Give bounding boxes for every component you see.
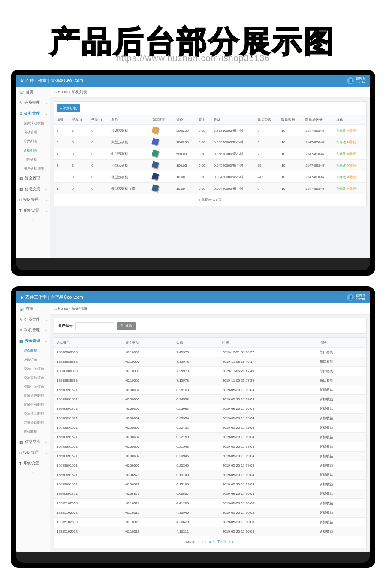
delete-button[interactable]: ✖删除 <box>347 175 357 179</box>
cube-icon <box>152 138 159 145</box>
sidebar-item[interactable]: 📊首页 <box>16 303 50 314</box>
sidebar-sub-item[interactable]: 矿池钱包明细 <box>16 400 50 409</box>
table-row: 13355102633+0.103174.412632019-05-20 11:… <box>54 499 366 508</box>
sidebar-sub-item[interactable]: 求购订单 <box>16 355 50 364</box>
cube-icon <box>152 126 159 133</box>
sidebar-sub-item[interactable]: 首页滚动横幅 <box>16 119 50 128</box>
sidebar-item[interactable]: □投诉管理⌄ <box>16 194 50 205</box>
home-icon[interactable]: ⌂ <box>54 90 57 94</box>
cube-icon <box>152 161 159 168</box>
collapse-button[interactable]: ‹ <box>16 469 50 476</box>
fund-table: 会员账号资金变动金额时间描述 18888888888+0.100007.4597… <box>54 338 366 536</box>
sidebar-sub-item[interactable]: 矿池资产明细 <box>16 391 50 400</box>
edit-button[interactable]: ✎修改 <box>336 129 346 133</box>
page-number[interactable]: 2 <box>202 540 203 544</box>
next-pages[interactable]: 下5页 <box>217 540 226 544</box>
sidebar: 📊首页✎会员管理⌄✕矿机管理⌄▦资金管理⌄资金明细求购订单交易中的订单交易完结订… <box>16 303 50 552</box>
last-page[interactable]: » » <box>229 540 233 544</box>
collapse-button[interactable]: ‹ <box>16 216 50 223</box>
topbar: ❦ 乙种工作室｜首码网Ceoll.com 👤 管理员admin <box>16 75 370 87</box>
chevron-down-icon: ⌄ <box>45 209 48 212</box>
sidebar-sub-item[interactable]: 已购矿机 <box>16 155 50 164</box>
sidebar-item[interactable]: ✎会员管理⌄ <box>16 314 50 325</box>
chevron-down-icon: ⌄ <box>45 329 48 332</box>
sidebar-sub-item[interactable]: 滚动管理 <box>16 128 50 137</box>
sidebar-item[interactable]: T系统设置⌄ <box>16 458 50 469</box>
sidebar-sub-item[interactable]: 可售金额明细 <box>16 418 50 427</box>
sidebar-sub-item[interactable]: 投诉中的订单 <box>16 382 50 391</box>
sidebar-item[interactable]: ▦信息交流⌄ <box>16 184 50 194</box>
page-number[interactable]: 3 <box>205 540 207 544</box>
sidebar-item[interactable]: ▦资金管理⌄ <box>16 173 50 184</box>
sidebar-sub-item[interactable]: 资金明细 <box>16 346 50 355</box>
column-header: 子类ID <box>69 115 89 125</box>
sidebar-sub-item[interactable]: 交易完结订单 <box>16 373 50 382</box>
column-header: 资金变动 <box>123 338 174 348</box>
menu-icon: ✎ <box>19 318 23 322</box>
sidebar-item[interactable]: ▦资金管理⌄ <box>16 336 50 346</box>
delete-button[interactable]: ✖删除 <box>347 140 357 144</box>
menu-icon: ▦ <box>19 187 23 191</box>
column-header: 购买总数 <box>255 115 279 125</box>
pagination: 687条 12345 下5页 » » <box>54 536 366 548</box>
delete-button[interactable]: ✖删除 <box>347 164 357 167</box>
chevron-down-icon: ⌄ <box>45 177 48 180</box>
chevron-down-icon: ⌄ <box>45 318 48 321</box>
edit-button[interactable]: ✎修改 <box>336 187 346 191</box>
sidebar-item[interactable]: 📊首页 <box>16 87 50 97</box>
sidebar-item[interactable]: ✎会员管理⌄ <box>16 97 50 108</box>
table-row: 18888888888+0.100007.259782019-11-06 20:… <box>54 367 366 376</box>
table-row: 330小型云矿机100.000.000.04590000/每小时79102147… <box>54 160 366 171</box>
table-row: 18888888888+0.100007.359782019-11-08 19:… <box>54 357 366 367</box>
menu-icon: ✎ <box>19 101 23 105</box>
edit-button[interactable]: ✎修改 <box>336 152 346 156</box>
home-icon[interactable]: ⌂ <box>54 306 57 311</box>
admin-info[interactable]: 管理员admin <box>356 294 366 301</box>
table-row: 13355102633+0.103174.309462019-05-20 11:… <box>54 508 366 518</box>
table-row: 430中型云矿机500.000.000.25690000/每小时71021474… <box>54 148 366 160</box>
page-number[interactable]: 5 <box>213 540 214 544</box>
avatar-icon[interactable]: 👤 <box>347 294 354 301</box>
leaf-icon: ❦ <box>20 295 24 300</box>
search-button[interactable]: 🔍 点击 <box>117 322 136 330</box>
sidebar: 📊首页✎会员管理⌄✕矿机管理⌄首页滚动横幅滚动管理分类列表矿机列表已购矿机用户矿… <box>16 87 50 258</box>
column-header: 资价 <box>174 115 196 125</box>
sidebar-item[interactable]: □投诉管理⌄ <box>16 447 50 458</box>
sidebar-sub-item[interactable]: 积分明细 <box>16 427 50 436</box>
sidebar-sub-item[interactable]: 交易中的订单 <box>16 364 50 373</box>
table-row: 15698691571+0.006020.239562019-05-20 11:… <box>54 404 366 414</box>
column-header: 收益 <box>211 115 255 125</box>
table-row: 15698691571+0.006020.215482019-05-20 11:… <box>54 442 366 452</box>
menu-icon: ▦ <box>19 176 23 181</box>
user-id-input[interactable] <box>75 322 114 330</box>
sidebar-item[interactable]: ▦信息交流⌄ <box>16 436 50 447</box>
avatar-icon[interactable]: 👤 <box>347 77 354 84</box>
sidebar-sub-item[interactable]: 交易流水明细 <box>16 409 50 418</box>
delete-button[interactable]: ✖删除 <box>347 129 357 133</box>
edit-button[interactable]: ✎修改 <box>336 164 346 167</box>
apple-logo-icon <box>16 551 370 563</box>
edit-button[interactable]: ✎修改 <box>336 175 346 179</box>
page-number[interactable]: 4 <box>209 540 211 544</box>
apple-logo-icon <box>16 258 370 270</box>
table-row: 15698691571+0.006020.227522019-05-20 11:… <box>54 423 366 433</box>
sidebar-sub-item[interactable]: 矿机列表 <box>16 146 50 155</box>
edit-button[interactable]: ✎修改 <box>336 140 346 144</box>
chevron-down-icon: ⌄ <box>45 339 48 343</box>
chevron-down-icon: ⌄ <box>45 198 48 202</box>
table-row: 930超级云矿机5000.000.003.33330000/每小时0102147… <box>54 125 366 136</box>
sidebar-sub-item[interactable]: 分类列表 <box>16 137 50 146</box>
sidebar-item[interactable]: T系统设置⌄ <box>16 205 50 216</box>
add-miner-button[interactable]: + 添加矿机 <box>57 104 80 112</box>
sidebar-item[interactable]: ✕矿机管理⌄ <box>16 108 50 119</box>
table-row: 15698691571+0.006020.209462019-05-20 11:… <box>54 452 366 461</box>
topbar: ❦ 乙种工作室｜首码网Ceoll.com 👤 管理员admin <box>16 291 370 303</box>
menu-icon: 📊 <box>19 90 24 94</box>
admin-info[interactable]: 管理员admin <box>356 77 366 84</box>
delete-button[interactable]: ✖删除 <box>347 187 357 191</box>
page-number[interactable]: 1 <box>198 540 200 544</box>
sidebar-sub-item[interactable]: 用户矿机调整 <box>16 164 50 173</box>
delete-button[interactable]: ✖删除 <box>347 152 357 156</box>
sidebar-item[interactable]: ✕矿机管理⌄ <box>16 325 50 336</box>
column-header: 算力 <box>196 115 211 125</box>
